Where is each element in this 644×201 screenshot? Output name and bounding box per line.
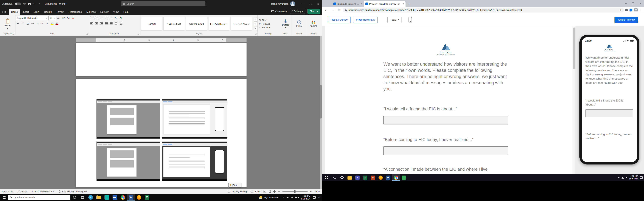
document-scrollbar[interactable] — [320, 36, 322, 189]
accessibility-status[interactable]: Accessibility: Investigate — [59, 190, 86, 193]
bullets-button[interactable] — [90, 16, 94, 20]
embedded-screenshot-word-1[interactable] — [96, 99, 160, 139]
dialog-launcher-icon[interactable] — [86, 33, 88, 35]
taskbar-word[interactable]: W — [384, 174, 392, 181]
undo-icon[interactable]: ↶ — [33, 2, 36, 5]
embedded-screenshot-word-2[interactable] — [96, 142, 160, 181]
zoom-slider-thumb[interactable] — [294, 190, 296, 193]
borders-button[interactable] — [119, 21, 123, 26]
phone-survey-answer-input-1[interactable] — [586, 109, 633, 117]
weather-widget[interactable]: High winds soon — [259, 196, 280, 199]
show-hidden-icons-chevron[interactable] — [618, 177, 620, 179]
line-spacing-button[interactable] — [109, 21, 113, 26]
survey-answer-input-2[interactable] — [384, 146, 508, 155]
save-icon[interactable] — [28, 3, 31, 5]
survey-scrollbar[interactable] — [572, 26, 576, 174]
editor-button[interactable]: Editor — [293, 16, 306, 32]
italic-button[interactable]: I — [21, 21, 25, 26]
cortana-button[interactable] — [70, 194, 78, 201]
editing-mode-button[interactable]: Editing ▾ — [290, 9, 305, 14]
read-mode-icon[interactable] — [263, 191, 266, 193]
change-case-button[interactable]: Aa — [66, 16, 70, 20]
mobile-preview-toggle-icon[interactable] — [408, 17, 412, 22]
minimize-button[interactable] — [622, 0, 629, 7]
action-center-icon[interactable] — [640, 176, 643, 179]
horizontal-ruler[interactable]: 1 2 3 4 5 6 — [76, 38, 246, 42]
lock-icon[interactable] — [345, 10, 347, 11]
search-button[interactable] — [330, 174, 338, 181]
select-button[interactable]: ▻Select▾ — [258, 26, 278, 29]
dictate-button[interactable]: Dictate ▾ — [280, 16, 291, 32]
style-heading-2[interactable]: HEADING 2 — [231, 17, 252, 31]
superscript-button[interactable]: x² — [40, 21, 44, 26]
dialog-launcher-icon[interactable] — [138, 33, 139, 35]
zoom-level[interactable]: 100% — [314, 190, 320, 193]
comments-button[interactable]: Comments — [271, 10, 288, 13]
share-preview-button[interactable]: Share Preview — [614, 16, 638, 23]
replace-button[interactable]: ⇄Replace — [258, 23, 278, 25]
tab-file[interactable]: File — [0, 9, 9, 15]
highlight-color-button[interactable]: ab — [50, 21, 54, 26]
font-size-select[interactable]: 10▾ — [48, 16, 56, 20]
place-bookmark-button[interactable]: Place Bookmark — [353, 16, 378, 23]
taskbar-word-active[interactable]: W — [127, 194, 135, 201]
restore-button[interactable] — [306, 0, 314, 8]
new-tab-button[interactable]: + — [406, 1, 411, 6]
browser-tab-distribute[interactable]: Distribute Survey | Qualtrics Ex × — [332, 1, 364, 7]
tab-review[interactable]: Review — [98, 9, 111, 15]
taskbar-search-input[interactable] — [13, 196, 68, 199]
taskbar-store[interactable] — [103, 194, 111, 201]
tab-view[interactable]: View — [111, 9, 121, 15]
extensions-icon[interactable] — [626, 9, 628, 11]
align-center-button[interactable] — [94, 21, 99, 26]
tab-help[interactable]: Help — [121, 9, 131, 15]
survey-answer-input-1[interactable] — [384, 116, 508, 124]
close-tab-icon[interactable]: × — [402, 2, 404, 5]
shading-button[interactable] — [114, 21, 118, 26]
avatar[interactable] — [290, 1, 295, 6]
profile-avatar[interactable] — [634, 8, 638, 12]
bookmark-star-icon[interactable]: ☆ — [619, 8, 622, 11]
volume-icon[interactable] — [292, 197, 293, 198]
start-button[interactable] — [323, 174, 330, 181]
text-predictions[interactable]: ⚡ Text Predictions: On — [32, 190, 54, 193]
browser-menu-icon[interactable]: ⋮ — [640, 8, 642, 12]
show-hidden-icons-chevron[interactable] — [282, 197, 284, 199]
style-heading-1[interactable]: HEADING 1 — [208, 17, 230, 31]
document-canvas[interactable]: 1 2 3 4 5 6 — [0, 36, 322, 189]
back-button[interactable]: ← — [324, 7, 329, 12]
strikethrough-button[interactable]: ab — [30, 21, 35, 26]
refresh-button[interactable]: ⟳ — [336, 7, 342, 12]
font-name-select[interactable]: Segoe UI Historic (B▾ — [16, 16, 48, 20]
network-icon[interactable] — [286, 197, 289, 198]
task-view-button[interactable] — [78, 194, 86, 201]
sort-button[interactable]: A↓ — [114, 16, 118, 20]
battery-icon[interactable] — [295, 197, 298, 198]
restore-button[interactable] — [629, 0, 636, 7]
taskbar-firefox[interactable] — [377, 174, 384, 181]
address-bar[interactable]: pacificresearch.qualtrics.com/jfe/previe… — [343, 7, 624, 12]
numbering-button[interactable] — [94, 16, 99, 20]
tab-mailings[interactable]: Mailings — [84, 9, 98, 15]
taskbar-firefox[interactable] — [135, 194, 143, 201]
tab-insert[interactable]: Insert — [20, 9, 31, 15]
underline-button[interactable]: U — [26, 21, 30, 26]
browser-tab-preview-active[interactable]: Preview - Qualtrics Survey | Q × — [364, 1, 406, 7]
account-area[interactable]: Taline K​uyumjian — [271, 0, 295, 8]
word-search-box[interactable]: Search — [121, 1, 206, 6]
align-right-button[interactable] — [99, 21, 104, 26]
pilcrow-button[interactable]: ¶ — [119, 16, 123, 20]
zoom-in-button[interactable]: + — [310, 190, 312, 193]
grow-font-button[interactable]: A˄ — [56, 16, 61, 20]
share-button[interactable]: Share ▾ — [308, 9, 320, 14]
web-layout-icon[interactable] — [273, 190, 276, 193]
word-count[interactable]: 22 words — [18, 190, 27, 193]
action-center-icon[interactable] — [313, 196, 316, 199]
taskbar-chrome-active[interactable] — [392, 174, 400, 181]
find-button[interactable]: Find▾ — [258, 19, 278, 21]
zoom-slider[interactable] — [282, 191, 308, 192]
extension-icon[interactable] — [630, 8, 632, 11]
justify-button[interactable] — [104, 21, 108, 26]
subscript-button[interactable]: x₂ — [35, 21, 40, 26]
tools-dropdown[interactable]: Tools ▾ — [388, 16, 402, 23]
